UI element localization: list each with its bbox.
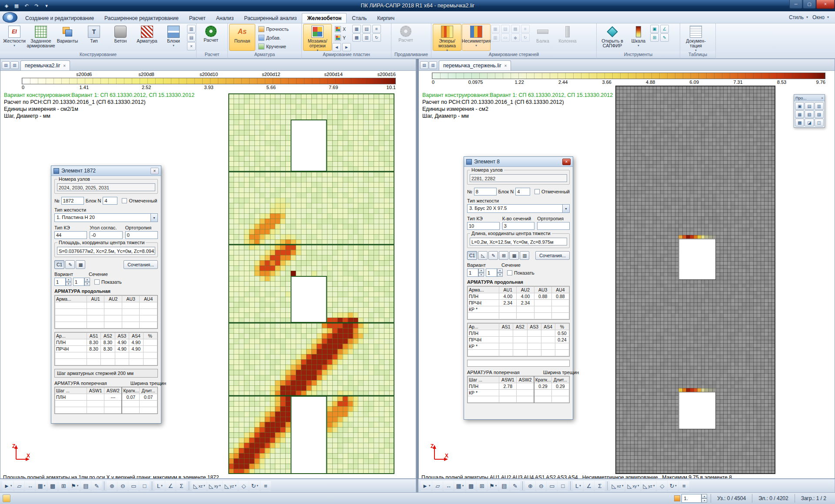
edit-reinforcement-button[interactable]: ✎ [65, 260, 75, 269]
nodes-field[interactable]: 2281, 2282 [470, 174, 567, 182]
minimize-button[interactable]: ─ [789, 0, 802, 9]
flags-of-drawing-button[interactable]: ⚑▾ [488, 481, 498, 491]
ribbon-tab-analysis[interactable]: Анализ [211, 13, 239, 23]
spin-up-icon[interactable]: ▲ [478, 269, 484, 273]
projection-xoz-button[interactable]: ◺xz▾ [191, 481, 207, 491]
ribbon-tab-calculation[interactable]: Расчет [184, 13, 211, 23]
spin-down-icon[interactable]: ▼ [84, 282, 90, 286]
ribbon-tab-advanced-edit[interactable]: Расширенное редактирование [99, 13, 184, 23]
mosaic-view-button[interactable]: ▦ [509, 251, 519, 260]
report-book-button[interactable]: ▤ [499, 481, 509, 491]
block-number-field[interactable]: 4 [103, 197, 117, 205]
zoom-window-button[interactable]: ▭ [547, 481, 557, 491]
view-front-button[interactable]: ▤ [805, 102, 814, 110]
pan-view-button[interactable]: ↔ [443, 481, 454, 491]
edit-reinforcement-button[interactable]: ✎ [488, 251, 498, 260]
zoom-all-button[interactable]: □ [139, 481, 150, 491]
select-element-button[interactable]: ►▾ [2, 481, 13, 491]
close-button[interactable]: × [816, 0, 835, 9]
ribbon-tab-advanced-analysis[interactable]: Расширенный анализ [239, 13, 302, 23]
redo-button[interactable]: ↷ [32, 2, 41, 10]
spin-up-icon[interactable]: ▲ [497, 269, 503, 273]
rotate-model-button[interactable]: ↻▾ [668, 481, 678, 491]
ribbon-tab-brick[interactable]: Кирпич [372, 13, 400, 23]
quick-access-menu-button[interactable]: ▾ [42, 2, 51, 10]
next-result-button[interactable]: ► [342, 43, 351, 51]
reinforcement-directions-button[interactable]: ▩ [352, 33, 361, 42]
marked-checkbox[interactable] [534, 189, 540, 194]
restore-fragment-button[interactable]: ▩ [47, 481, 58, 491]
section-spinner[interactable]: 1 ▲▼ [486, 269, 503, 277]
spin-up-icon[interactable]: ▲ [84, 278, 90, 282]
projection-yoz-button[interactable]: ◺yz▾ [641, 481, 656, 491]
strength-button[interactable]: Прочность [256, 25, 291, 33]
spin-up-icon[interactable]: ▲ [66, 278, 71, 282]
view-isometric-button[interactable]: ▣ [795, 102, 804, 110]
fragment-button[interactable]: ▦▾ [36, 481, 47, 491]
view-top-button[interactable]: ▨ [815, 110, 824, 118]
element-number-field[interactable]: 8 [474, 188, 497, 196]
undo-button[interactable]: ↶ [22, 2, 31, 10]
c1-toggle-button[interactable]: C1 [54, 260, 64, 269]
projection-xoy-button[interactable]: ◺xy▾ [625, 481, 641, 491]
view-right-button[interactable]: ▧ [805, 110, 814, 118]
full-reinforcement-button[interactable]: Полная [229, 24, 255, 51]
angle-measure-button[interactable]: ∠ [165, 481, 176, 491]
sum-values-button[interactable]: Σ [176, 481, 187, 491]
open-in-sapfir-button[interactable]: Открыть в САПФИР [598, 24, 627, 51]
tab-close-icon[interactable]: × [63, 63, 66, 68]
crack-scheme-button[interactable]: ▥ [362, 33, 371, 42]
settings-button[interactable]: ⊞ [650, 33, 659, 42]
zoom-in-button[interactable]: ⊕ [107, 481, 117, 491]
view-back-button[interactable]: ▥ [815, 102, 824, 110]
sum-values-button[interactable]: Σ [595, 481, 605, 491]
zoom-out-button[interactable]: ⊖ [117, 481, 128, 491]
angle-field[interactable]: -0 [90, 231, 122, 239]
projection-yoz-button[interactable]: ◺yz▾ [223, 481, 238, 491]
stiffness-type-combo[interactable]: 3. Брус 20 X 97.5 ▼ [467, 204, 570, 213]
ruler-button[interactable]: ∠ [660, 25, 669, 33]
erase-parameters-button[interactable]: × [187, 42, 196, 50]
view-bottom-button[interactable]: ▩ [795, 119, 804, 126]
geometry-field[interactable]: L=0.2м, Xс=12.5м, Yс=0м, Zс=8.975м [470, 238, 567, 245]
screenshot-button[interactable]: ▣ [650, 25, 659, 33]
select-polygon-button[interactable]: ▱ [432, 481, 443, 491]
local-axes-button[interactable]: ⊞ [499, 251, 508, 260]
previous-result-button[interactable]: ◄ [332, 43, 341, 51]
zoom-all-button[interactable]: □ [558, 481, 568, 491]
window-list-button[interactable]: ▥ [10, 61, 19, 69]
block-number-field[interactable]: 4 [515, 188, 530, 196]
refresh-view-button[interactable]: ↻ [372, 33, 381, 42]
projection-xoz-button[interactable]: ◺xz▾ [610, 481, 625, 491]
view-perspective-button[interactable]: ◫ [815, 119, 824, 126]
isolines-button[interactable]: ▤ [362, 25, 371, 33]
copy-parameters-button[interactable]: ▥ [187, 25, 196, 33]
rotate-model-button[interactable]: ↻▾ [249, 481, 260, 491]
spin-down-icon[interactable]: ▼ [497, 273, 503, 277]
stiffness-type-combo[interactable]: 1. Пластина Н 20 ▼ [54, 213, 158, 222]
combo-dropdown-button[interactable]: ▼ [150, 213, 158, 222]
variant-spinner[interactable]: 1 ▲▼ [54, 278, 71, 286]
spin-up-icon[interactable]: ▲ [701, 494, 707, 498]
marked-checkbox[interactable] [122, 198, 127, 203]
diagrams-mosaic-button[interactable]: Эпюры/мозаика ▾ [433, 24, 461, 51]
scale-button[interactable]: Шкала ▾ [627, 24, 650, 51]
fe-type-field[interactable]: 10 [467, 222, 500, 230]
select-element-button[interactable]: ►▾ [421, 481, 432, 491]
tab-close-icon[interactable]: × [504, 63, 507, 68]
view-rotate-button[interactable]: ◪ [805, 119, 814, 126]
report-book-button[interactable]: ▤ [80, 481, 91, 491]
documentation-button[interactable]: Докумен-тация ▾ [681, 24, 710, 51]
dialog-titlebar[interactable]: Элемент 8 × [464, 157, 573, 167]
flags-of-drawing-button[interactable]: ⚑▾ [69, 481, 80, 491]
edit-drawing-button[interactable]: ✎ [91, 481, 102, 491]
save-button[interactable]: ▦ [12, 2, 21, 10]
geometry-field[interactable]: S=0.0376677м2, Xс=2.5м, Yс=0м, Zс=8.0941… [57, 247, 155, 255]
restore-fragment-button[interactable]: ▩ [466, 481, 476, 491]
perspective-view-button[interactable]: ≡ [261, 481, 271, 491]
dialog-close-button[interactable]: × [150, 168, 159, 174]
application-menu-button[interactable] [3, 12, 17, 23]
window-list-button[interactable]: ▥ [429, 61, 437, 69]
spin-down-icon[interactable]: ▼ [478, 273, 484, 277]
type-button[interactable]: Тип [81, 24, 107, 51]
